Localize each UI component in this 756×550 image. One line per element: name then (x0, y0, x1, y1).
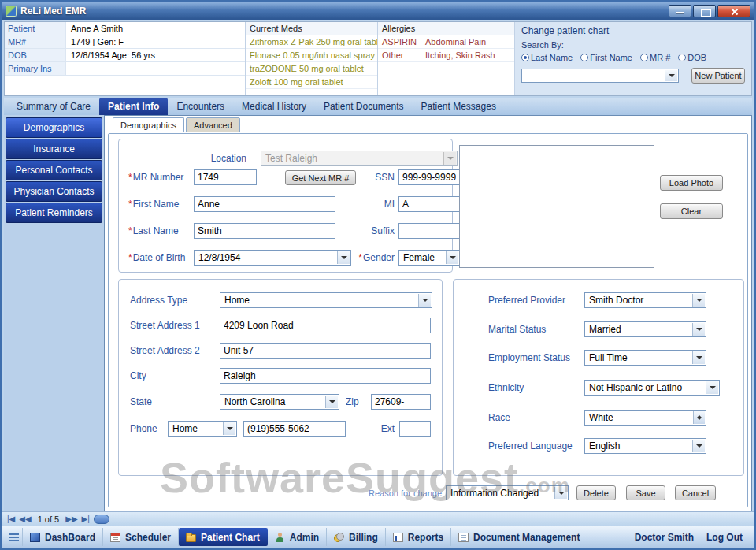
previous-record-button[interactable]: ◀◀ (19, 515, 31, 523)
race-select[interactable]: White (584, 410, 706, 426)
tab-patient-documents[interactable]: Patient Documents (315, 98, 412, 115)
phone-input[interactable] (243, 421, 346, 437)
marital-status-select[interactable]: Married (584, 321, 706, 337)
radio-last-name[interactable]: Last Name (521, 53, 573, 62)
taskbar-item-billing[interactable]: Billing (327, 528, 386, 546)
date-of-birth-select[interactable]: 12/8/1954 (194, 250, 351, 266)
taskbar-item-label: Patient Chart (201, 532, 260, 543)
close-button[interactable] (717, 5, 750, 17)
ext-input[interactable] (399, 421, 431, 437)
radio-icon (678, 54, 686, 61)
record-navigator: |◀ ◀◀ 1 of 5 ▶▶ ▶| (2, 511, 754, 526)
taskbar-item-scheduler[interactable]: Scheduler (103, 528, 179, 546)
allergy-reaction: Abdominal Pain (421, 35, 514, 48)
save-button[interactable]: Save (626, 485, 665, 500)
change-chart-header: Change patient chart (521, 25, 745, 36)
sidebar-item-patient-reminders[interactable]: Patient Reminders (6, 203, 102, 223)
sidebar-item-insurance[interactable]: Insurance (6, 139, 102, 159)
chevron-down-icon (692, 323, 705, 336)
document-icon (458, 533, 469, 542)
sidebar: Demographics Insurance Personal Contacts… (4, 115, 104, 511)
street-address-2-input[interactable] (220, 343, 431, 359)
cancel-button[interactable]: Cancel (675, 485, 716, 500)
radio-mr-number[interactable]: MR # (640, 53, 670, 62)
first-name-input[interactable] (194, 196, 335, 212)
chevron-down-icon (554, 487, 567, 499)
street-address-2-label: Street Address 2 (130, 345, 200, 356)
taskbar-item-reports[interactable]: Reports (386, 528, 451, 546)
titlebar: ReLi Med EMR (2, 2, 754, 20)
subtab-advanced[interactable]: Advanced (186, 117, 240, 132)
first-record-button[interactable]: |◀ (7, 515, 15, 523)
tab-encounters[interactable]: Encounters (168, 98, 233, 115)
marital-status-value: Married (589, 324, 621, 335)
tab-patient-info[interactable]: Patient Info (99, 98, 168, 115)
phone-type-select[interactable]: Home (168, 421, 237, 437)
scrollbar-icon[interactable] (693, 411, 705, 424)
load-photo-button[interactable]: Load Photo (660, 175, 723, 191)
patient-banner: PatientAnne A Smith MR#1749 | Gen: F DOB… (4, 21, 752, 96)
current-meds-panel: Current Meds Zithromax Z-Pak 250 mg oral… (245, 22, 377, 95)
chevron-down-icon (692, 294, 705, 307)
clear-photo-button[interactable]: Clear (660, 203, 723, 219)
sidebar-item-physician-contacts[interactable]: Physician Contacts (6, 181, 102, 202)
street-address-1-input[interactable] (220, 318, 431, 333)
ethnicity-select[interactable]: Not Hispanic or Latino (584, 380, 720, 396)
chevron-down-icon[interactable] (665, 70, 677, 81)
radio-dob[interactable]: DOB (678, 53, 706, 62)
taskbar-item-patient-chart[interactable]: Patient Chart (179, 528, 268, 546)
suffix-label: Suffix (339, 225, 395, 236)
next-record-button[interactable]: ▶▶ (65, 515, 77, 523)
tab-medical-history[interactable]: Medical History (233, 98, 315, 115)
state-select[interactable]: North Carolina (220, 394, 339, 410)
reason-for-change-select[interactable]: Information Changed (446, 485, 569, 500)
tab-summary-of-care[interactable]: Summary of Care (8, 98, 99, 115)
mi-input[interactable] (398, 196, 460, 212)
new-patient-button[interactable]: New Patient (691, 68, 745, 84)
sidebar-item-demographics[interactable]: Demographics (6, 117, 102, 138)
scroll-thumb[interactable] (94, 515, 109, 524)
address-type-value: Home (224, 295, 250, 306)
maximize-button[interactable] (693, 5, 716, 17)
chevron-down-icon (706, 381, 718, 394)
taskbar-item-dashboard[interactable]: DashBoard (23, 528, 103, 546)
mr-number-input[interactable] (194, 169, 257, 185)
address-type-select[interactable]: Home (220, 292, 432, 308)
folder-icon (186, 534, 196, 542)
photo-placeholder (459, 145, 654, 268)
subtab-demographics[interactable]: Demographics (113, 117, 184, 132)
chevron-down-icon (223, 422, 235, 435)
log-out-button[interactable]: Log Out (706, 532, 743, 543)
radio-first-name[interactable]: First Name (580, 53, 632, 62)
delete-button[interactable]: Delete (576, 485, 616, 500)
required-marker: * (358, 252, 362, 263)
minimize-button[interactable] (669, 5, 691, 17)
taskbar-item-label: Reports (408, 532, 443, 543)
radio-icon (580, 54, 588, 61)
sidebar-item-personal-contacts[interactable]: Personal Contacts (6, 160, 102, 180)
tab-patient-messages[interactable]: Patient Messages (413, 98, 505, 115)
last-record-button[interactable]: ▶| (82, 515, 90, 523)
zip-input[interactable] (371, 394, 431, 410)
suffix-input[interactable] (398, 223, 460, 239)
preferred-provider-select[interactable]: Smith Doctor (584, 292, 706, 308)
city-input[interactable] (220, 368, 431, 384)
gender-value: Female (403, 252, 435, 263)
location-value: Test Raleigh (265, 153, 317, 164)
taskbar-item-admin[interactable]: Admin (268, 528, 327, 546)
med-item: Zoloft 100 mg oral tablet (246, 76, 377, 89)
required-marker: * (128, 199, 132, 210)
taskbar-item-document-management[interactable]: Document Management (451, 528, 587, 546)
employment-status-select[interactable]: Full Time (584, 350, 706, 366)
gender-select[interactable]: Female (398, 250, 460, 266)
dashboard-icon (30, 533, 40, 542)
location-select[interactable]: Test Raleigh (261, 151, 458, 166)
required-marker: * (128, 225, 132, 236)
taskbar-menu-button[interactable] (6, 528, 23, 546)
last-name-input[interactable] (194, 223, 335, 239)
patient-label: Patient (5, 22, 66, 35)
preferred-language-select[interactable]: English (584, 438, 706, 454)
ssn-input[interactable] (398, 169, 460, 185)
phone-label: Phone (130, 423, 158, 434)
patient-search-combobox[interactable] (521, 69, 679, 83)
